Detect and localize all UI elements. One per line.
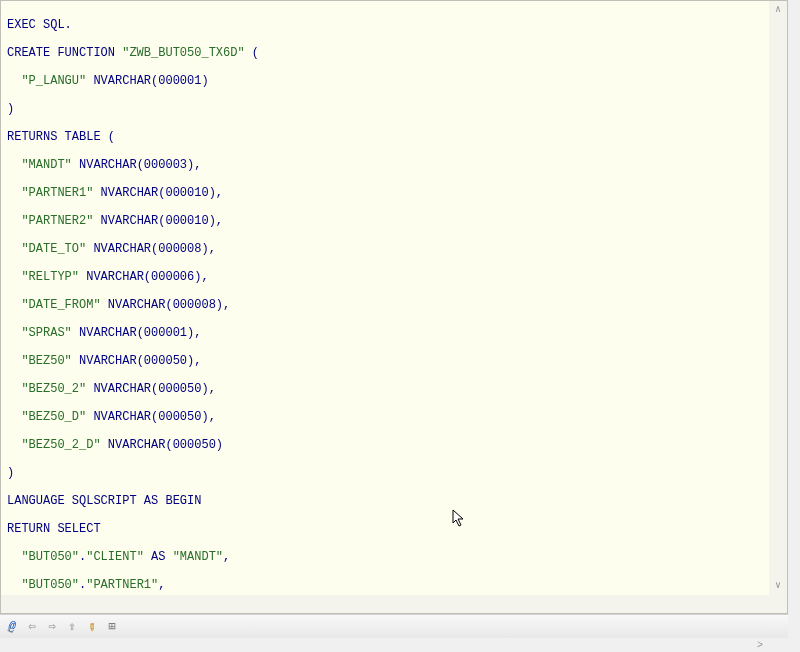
code-content[interactable]: EXEC SQL. CREATE FUNCTION "ZWB_BUT050_TX… bbox=[7, 4, 769, 595]
nav-forward-icon[interactable]: ⇨ bbox=[44, 619, 60, 635]
tree-icon[interactable]: ⊞ bbox=[104, 619, 120, 635]
wand-icon[interactable]: ✎ bbox=[81, 615, 104, 638]
scroll-corner bbox=[769, 595, 787, 613]
scroll-left-icon[interactable]: < bbox=[1, 623, 19, 641]
scroll-right-icon[interactable]: > bbox=[751, 637, 769, 652]
code-editor[interactable]: EXEC SQL. CREATE FUNCTION "ZWB_BUT050_TX… bbox=[0, 0, 788, 614]
scroll-up-icon[interactable]: ∧ bbox=[769, 1, 787, 19]
scroll-down-icon[interactable]: ∨ bbox=[769, 577, 787, 595]
status-toolbar: @ ⇦ ⇨ ⇧ ✎ ⊞ bbox=[0, 614, 788, 638]
code-line: EXEC SQL. bbox=[7, 18, 72, 32]
vertical-scrollbar[interactable]: ∧ ∨ bbox=[769, 1, 787, 595]
nav-out-icon[interactable]: ⇧ bbox=[64, 619, 80, 635]
horizontal-scrollbar[interactable]: < > bbox=[1, 595, 769, 613]
